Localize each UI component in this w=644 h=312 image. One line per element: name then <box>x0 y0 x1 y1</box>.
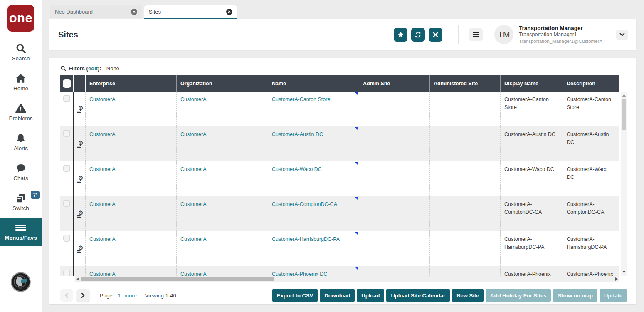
row-select-cell <box>60 126 74 161</box>
cell-name[interactable]: CustomerA-ComptonDC-CA <box>268 196 359 231</box>
horizontal-scrollbar[interactable] <box>75 276 619 282</box>
swap-arrows-badge[interactable] <box>31 191 40 199</box>
cell-name[interactable]: CustomerA-HarrisburgDC-PA <box>268 231 359 266</box>
site-name-link[interactable]: CustomerA-Austin DC <box>272 131 323 137</box>
cell-organization[interactable]: CustomerA <box>177 161 268 196</box>
sidebar-item-switch[interactable]: Switch <box>12 193 29 211</box>
upload-site-calendar-button[interactable]: Upload Site Calendar <box>386 289 450 302</box>
cell-organization[interactable]: CustomerA <box>177 196 268 231</box>
cell-enterprise[interactable]: CustomerA <box>86 126 177 161</box>
cell-enterprise[interactable]: CustomerA <box>86 231 177 266</box>
filters-value: None <box>106 65 119 72</box>
icon-column-header <box>74 75 86 92</box>
cell-context-corner-icon[interactable] <box>355 92 358 96</box>
vertical-scrollbar-thumb[interactable] <box>622 99 626 130</box>
cell-organization[interactable]: CustomerA <box>177 126 268 161</box>
warning-triangle-icon <box>15 103 27 114</box>
filters-edit-link[interactable]: edit <box>88 65 98 72</box>
user-menu-button[interactable] <box>616 30 628 40</box>
scroll-right-arrow-icon[interactable] <box>615 277 618 281</box>
row-checkbox[interactable] <box>63 130 70 137</box>
sidebar-item-label: Search <box>12 55 30 62</box>
cell-enterprise[interactable]: CustomerA <box>86 266 177 276</box>
site-name-link[interactable]: CustomerA-Waco DC <box>272 166 322 172</box>
sidebar-item-menus-favs[interactable]: Menus/Favs <box>0 218 42 246</box>
site-name-link[interactable]: CustomerA-Canton Store <box>272 97 330 102</box>
scroll-up-arrow-icon[interactable] <box>622 94 626 97</box>
one-network-logo[interactable]: one <box>7 5 34 32</box>
sidebar-item-label: Chats <box>13 175 28 181</box>
refresh-button[interactable] <box>411 28 425 42</box>
sidebar-item-search[interactable]: Search <box>12 43 30 62</box>
sidebar-item-chats[interactable]: Chats <box>13 163 28 181</box>
upload-button[interactable]: Upload <box>357 289 384 302</box>
cell-context-corner-icon[interactable] <box>355 197 358 201</box>
site-name-link[interactable]: CustomerA-ComptonDC-CA <box>272 201 337 207</box>
cell-context-corner-icon[interactable] <box>355 267 358 270</box>
previous-page-button[interactable] <box>60 289 73 302</box>
user-name: Transportation Manager1 <box>519 32 609 38</box>
next-page-button[interactable] <box>77 289 89 302</box>
table-row: CustomerA CustomerA CustomerA-Harrisburg… <box>60 231 619 266</box>
cell-enterprise[interactable]: CustomerA <box>86 92 177 126</box>
cell-description: CustomerA-Phoenix DC <box>563 266 619 276</box>
select-all-checkbox[interactable] <box>63 79 71 88</box>
site-pin-icon <box>76 141 83 149</box>
scroll-left-arrow-icon[interactable] <box>76 277 79 281</box>
sidebar-item-problems[interactable]: Problems <box>9 103 32 121</box>
tab-close-icon[interactable] <box>226 9 232 15</box>
sidebar-item-label: Home <box>13 85 28 92</box>
sidebar-item-alerts[interactable]: Alerts <box>14 133 28 151</box>
cell-enterprise[interactable]: CustomerA <box>86 196 177 231</box>
cell-name[interactable]: CustomerA-Phoenix DC <box>268 266 359 276</box>
row-select-cell <box>60 231 74 266</box>
column-header-enterprise[interactable]: Enterprise <box>86 75 177 92</box>
cell-name[interactable]: CustomerA-Austin DC <box>268 126 359 161</box>
export-to-csv-button[interactable]: Export to CSV <box>272 289 318 302</box>
cell-administered-site <box>430 161 501 196</box>
column-header-administered-site[interactable]: Administered Site <box>430 75 501 92</box>
main-area: Neo Dashboard Sites Sites <box>42 0 644 312</box>
column-header-organization[interactable]: Organization <box>177 75 268 92</box>
user-avatar[interactable]: TM <box>494 25 513 44</box>
scroll-down-arrow-icon[interactable] <box>622 271 626 273</box>
cell-organization[interactable]: CustomerA <box>177 266 268 276</box>
cell-context-corner-icon[interactable] <box>355 162 358 166</box>
sidebar-item-home[interactable]: Home <box>13 73 28 92</box>
cell-name[interactable]: CustomerA-Canton Store <box>268 92 359 126</box>
row-checkbox[interactable] <box>63 200 70 207</box>
select-all-cell <box>60 75 74 92</box>
site-name-link[interactable]: CustomerA-HarrisburgDC-PA <box>272 236 340 242</box>
row-checkbox[interactable] <box>63 95 70 102</box>
horizontal-scrollbar-thumb[interactable] <box>81 277 274 281</box>
site-name-link[interactable]: CustomerA-Phoenix DC <box>272 271 327 276</box>
table-body: CustomerA CustomerA CustomerA-Canton Sto… <box>60 92 619 276</box>
row-checkbox[interactable] <box>63 235 70 242</box>
cell-enterprise[interactable]: CustomerA <box>86 161 177 196</box>
column-header-admin-site[interactable]: Admin Site <box>359 75 430 92</box>
refresh-icon <box>414 31 422 39</box>
cell-organization[interactable]: CustomerA <box>177 92 268 126</box>
tab-close-icon[interactable] <box>131 9 137 15</box>
new-site-button[interactable]: New Site <box>452 289 484 302</box>
cell-organization[interactable]: CustomerA <box>177 231 268 266</box>
cell-description: CustomerA-HarrisburgDC-PA <box>563 231 619 266</box>
close-button[interactable] <box>429 28 442 42</box>
column-header-display-name[interactable]: Display Name <box>501 75 563 92</box>
quick-menu-button[interactable] <box>469 28 483 41</box>
cell-name[interactable]: CustomerA-Waco DC <box>268 161 359 196</box>
row-checkbox[interactable] <box>63 270 70 276</box>
tab-sites[interactable]: Sites <box>144 5 237 19</box>
more-pages-link[interactable]: more... <box>124 292 141 299</box>
column-header-name[interactable]: Name <box>268 75 359 92</box>
site-type-cell <box>74 92 86 126</box>
column-header-description[interactable]: Description <box>563 75 619 92</box>
row-checkbox[interactable] <box>63 165 70 172</box>
ai-assistant-button[interactable] <box>10 272 31 294</box>
cell-context-corner-icon[interactable] <box>355 232 358 235</box>
download-button[interactable]: Download <box>320 289 355 302</box>
favorite-button[interactable] <box>394 28 407 42</box>
cell-context-corner-icon[interactable] <box>355 127 358 131</box>
tab-neo-dashboard[interactable]: Neo Dashboard <box>50 5 142 18</box>
vertical-scrollbar[interactable] <box>621 92 627 276</box>
